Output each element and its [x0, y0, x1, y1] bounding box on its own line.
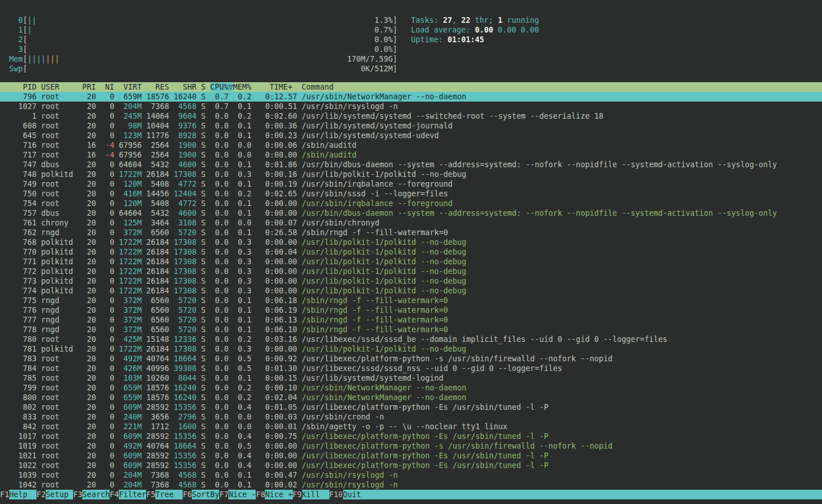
cell-command: /usr/sbin/NetworkManager --no-daemon: [302, 393, 466, 402]
cell-shr: 4772: [174, 199, 196, 208]
uptime-label: Uptime:: [411, 35, 448, 44]
process-row-802[interactable]: 802 root 20 0 609M 28592 15356 S 0.0 0.4…: [0, 402, 822, 412]
fkey-f9[interactable]: F9Kill: [293, 490, 329, 499]
process-row-784[interactable]: 784 root 20 0 426M 40996 39308 S 0.0 0.5…: [0, 364, 822, 373]
cell-res: 26184: [146, 238, 169, 247]
process-row-842[interactable]: 842 root 20 0 221M 1712 1600 S 0.0 0.0 0…: [0, 422, 822, 432]
cell-time: 0:00.47: [256, 471, 297, 479]
cell-mem: 0.1: [233, 209, 251, 217]
process-row-1021[interactable]: 1021 root 20 0 609M 28592 15356 S 0.0 0.…: [0, 451, 822, 461]
process-row-1039[interactable]: 1039 root 20 0 204M 7368 4568 S 0.0 0.1 …: [0, 470, 822, 480]
process-row-774[interactable]: 774 polkitd 20 0 1722M 26184 17308 S 0.0…: [0, 286, 822, 296]
process-row-780[interactable]: 780 root 20 0 425M 15148 12336 S 0.0 0.2…: [0, 334, 822, 344]
process-row-608[interactable]: 608 root 20 0 98M 10404 9376 S 0.0 0.1 0…: [0, 121, 822, 131]
cell-command: /usr/lib/polkit-1/polkitd --no-debug: [302, 238, 466, 247]
cell-mem: 0.4: [233, 451, 251, 460]
process-row-799[interactable]: 799 root 20 0 659M 18576 16240 S 0.0 0.2…: [0, 383, 822, 393]
process-row-783[interactable]: 783 root 20 0 492M 40764 18664 S 0.0 0.5…: [0, 354, 822, 364]
process-row-748[interactable]: 748 polkitd 20 0 1722M 26184 17308 S 0.0…: [0, 170, 822, 179]
process-row-770[interactable]: 770 polkitd 20 0 1722M 26184 17308 S 0.0…: [0, 247, 822, 257]
cell-cpu: 0.0: [210, 335, 228, 344]
header-col-cpu-sorted[interactable]: CPU%▽: [210, 83, 233, 91]
process-row-1017[interactable]: 1017 root 20 0 609M 28592 15356 S 0.0 0.…: [0, 432, 822, 441]
header-columns-right[interactable]: MEM% TIME+ Command: [233, 83, 333, 91]
cell-virt: 1722M: [119, 248, 142, 256]
process-row-757[interactable]: 757 dbus 20 0 64604 5432 4600 S 0.0 0.1 …: [0, 208, 822, 218]
cpu2-meter-value: 0.0%: [374, 35, 393, 45]
process-row-717[interactable]: 717 root 16 -4 67956 2564 1900 S 0.0 0.0…: [0, 150, 822, 160]
cell-shr: 17308: [174, 277, 196, 285]
process-row-754[interactable]: 754 root 20 0 120M 5408 4772 S 0.0 0.1 0…: [0, 199, 822, 208]
process-row-778[interactable]: 778 rngd 20 0 372M 6560 5720 S 0.0 0.1 0…: [0, 325, 822, 334]
process-row-1027[interactable]: 1027 root 20 0 204M 7368 4568 S 0.7 0.1 …: [0, 102, 822, 111]
cell-time: 0:12.57: [256, 92, 297, 101]
fkey-f6[interactable]: F6SortBy: [183, 490, 219, 499]
cell-shr: 17308: [174, 287, 196, 295]
cell-pri: 20: [82, 422, 96, 431]
cell-shr: 4568: [174, 481, 196, 489]
cell-virt: 67956: [119, 141, 142, 150]
cell-user: root: [41, 393, 82, 402]
cell-mem: 0.0: [233, 413, 251, 421]
process-row-761[interactable]: 761 chrony 20 0 125M 3464 3108 S 0.0 0.0…: [0, 218, 822, 228]
fkey-f2[interactable]: F2Setup: [37, 490, 73, 499]
process-row-771[interactable]: 771 polkitd 20 0 1722M 26184 17308 S 0.0…: [0, 257, 822, 267]
cell-pri: 20: [82, 306, 96, 315]
fkey-f8[interactable]: F8Nice +: [256, 490, 292, 499]
cell-mem: 0.2: [233, 189, 251, 198]
process-row-1042[interactable]: 1042 root 20 0 204M 7368 4568 S 0.0 0.1 …: [0, 480, 822, 490]
process-row-772[interactable]: 772 polkitd 20 0 1722M 26184 17308 S 0.0…: [0, 267, 822, 276]
cell-time: 0:00.75: [256, 432, 297, 441]
swp-meter-value: 0K/512M: [361, 64, 393, 74]
process-row-777[interactable]: 777 rngd 20 0 372M 6560 5720 S 0.0 0.1 0…: [0, 315, 822, 325]
cell-cpu: 0.0: [210, 131, 228, 140]
process-row-776[interactable]: 776 rngd 20 0 372M 6560 5720 S 0.0 0.1 0…: [0, 305, 822, 315]
fkey-f3[interactable]: F3Search: [73, 490, 110, 499]
cell-mem: 0.3: [233, 287, 251, 295]
cell-user: polkitd: [41, 287, 82, 295]
cell-pri: 20: [82, 451, 96, 460]
process-row-750[interactable]: 750 root 20 0 416M 14456 12404 S 0.0 0.2…: [0, 189, 822, 199]
process-row-749[interactable]: 749 root 20 0 120M 5408 4772 S 0.0 0.1 0…: [0, 179, 822, 189]
cell-res: 6560: [146, 306, 169, 315]
cell-ni: -4: [96, 141, 114, 150]
process-row-768[interactable]: 768 polkitd 20 0 1722M 26184 17308 S 0.0…: [0, 237, 822, 247]
cell-cpu: 0.0: [210, 384, 228, 392]
cell-time: 0:00.92: [256, 354, 297, 363]
fkey-f10[interactable]: F10Quit: [329, 490, 822, 499]
process-row-781[interactable]: 781 polkitd 20 0 1722M 26184 17308 S 0.0…: [0, 344, 822, 354]
process-row-800[interactable]: 800 root 20 0 659M 18576 16240 S 0.0 0.2…: [0, 393, 822, 402]
cell-pri: 20: [82, 296, 96, 305]
process-row-645[interactable]: 645 root 20 0 123M 11776 8928 S 0.0 0.1 …: [0, 131, 822, 140]
process-row-762[interactable]: 762 rngd 20 0 372M 6560 5720 S 0.0 0.1 0…: [0, 228, 822, 237]
process-row-1022[interactable]: 1022 root 20 0 609M 28592 15356 S 0.0 0.…: [0, 461, 822, 470]
process-row-796[interactable]: 796 root 20 0 659M 18576 16240 S 0.7 0.2…: [0, 92, 822, 102]
process-row-785[interactable]: 785 root 20 0 103M 10260 8044 S 0.0 0.1 …: [0, 373, 822, 383]
process-row-833[interactable]: 833 root 20 0 240M 3656 2796 S 0.0 0.0 0…: [0, 412, 822, 422]
fkey-f4[interactable]: F4Filter: [110, 490, 146, 499]
process-row-716[interactable]: 716 root 16 -4 67956 2564 1900 S 0.0 0.0…: [0, 140, 822, 150]
cell-user: root: [41, 364, 82, 373]
header-panel: 0[||1.3%] 1[|0.7%] 2[0.0%] 3[0.0%]Mem[||…: [0, 0, 822, 74]
process-row-775[interactable]: 775 rngd 20 0 372M 6560 5720 S 0.0 0.1 0…: [0, 296, 822, 305]
fkey-f7[interactable]: F7Nice -: [219, 490, 256, 499]
cell-cpu: 0.0: [210, 209, 228, 217]
cell-cpu: 0.0: [210, 228, 228, 237]
cell-user: root: [41, 141, 82, 150]
cell-command: /usr/libexec/platform-python -s /usr/sbi…: [302, 442, 613, 450]
cell-virt: 245M: [119, 112, 142, 120]
fkey-f5[interactable]: F5Tree: [146, 490, 183, 499]
cell-shr: 15356: [174, 451, 196, 460]
fkey-f1[interactable]: F1Help: [0, 490, 37, 499]
header-columns-left[interactable]: PID USER PRI NI VIRT RES SHR S: [5, 83, 210, 91]
cell-mem: 0.1: [233, 199, 251, 208]
f9-key-label: Kill: [302, 490, 329, 499]
process-row-1019[interactable]: 1019 root 20 0 492M 40764 18664 S 0.0 0.…: [0, 441, 822, 451]
process-row-1[interactable]: 1 root 20 0 245M 14064 9604 S 0.0 0.2 0:…: [0, 111, 822, 121]
mem-meter: Mem[|||||||170M/7.59G]: [9, 54, 397, 64]
process-row-773[interactable]: 773 polkitd 20 0 1722M 26184 17308 S 0.0…: [0, 276, 822, 286]
cell-command: /usr/lib/systemd/systemd-journald: [302, 122, 453, 130]
cell-pri: 20: [82, 461, 96, 470]
process-row-747[interactable]: 747 dbus 20 0 64604 5432 4600 S 0.0 0.1 …: [0, 160, 822, 170]
cell-user: dbus: [41, 209, 82, 217]
